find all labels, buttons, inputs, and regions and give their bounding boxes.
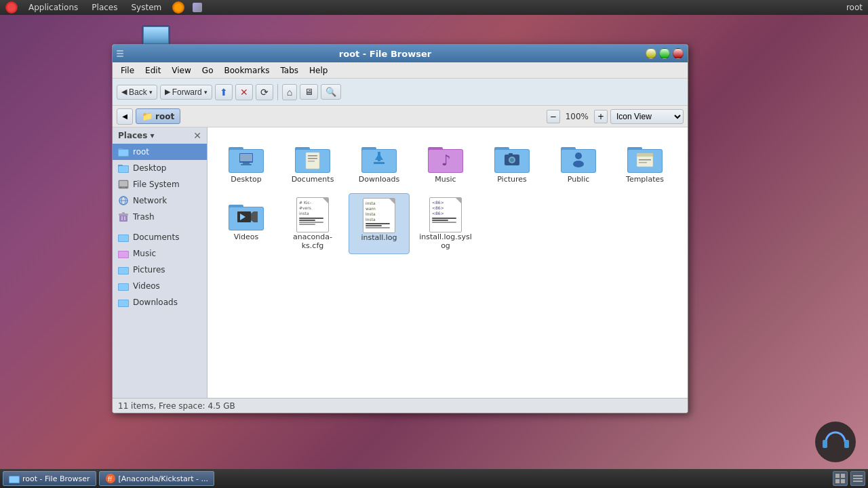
sidebar-network-label: Network (133, 196, 167, 205)
firefox-icon[interactable] (172, 1, 184, 14)
svg-rect-28 (122, 212, 125, 214)
top-menubar: Applications Places System root (0, 0, 868, 15)
minimize-button[interactable] (646, 48, 656, 59)
stop-button[interactable]: ✕ (235, 84, 253, 100)
sidebar-downloads-label: Downloads (133, 298, 178, 307)
taskbar-file-browser[interactable]: root - File Browser (3, 471, 96, 486)
svg-rect-40 (119, 300, 128, 306)
zoom-control: − 100% + Icon View List View Compact Vie… (547, 109, 684, 124)
svg-rect-99 (835, 479, 840, 483)
window-toolbar: ◀ Back ▾ ▶ Forward ▾ ⬆ ✕ ⟳ ⌂ 🖥 🔍 (113, 79, 688, 106)
window-title: root - File Browser (127, 49, 643, 59)
svg-rect-36 (119, 268, 128, 274)
maximize-button[interactable] (659, 48, 670, 59)
desktop-folder-icon[interactable]: Desktop (216, 136, 277, 188)
zoom-in-button[interactable]: + (594, 110, 608, 123)
sidebar-item-music[interactable]: Music (113, 245, 207, 262)
taskbar-grid-icon[interactable] (833, 471, 848, 486)
menu-edit[interactable]: Edit (140, 64, 166, 77)
svg-rect-103 (853, 481, 863, 482)
sidebar-item-network[interactable]: Network (113, 192, 207, 209)
install-log-icon[interactable]: insta warn Insta Insta install.log (349, 193, 410, 254)
places-menu[interactable]: Places (89, 1, 120, 14)
music-folder-icon[interactable]: ♪ Music (415, 136, 476, 188)
close-button[interactable] (673, 48, 684, 59)
install-log-syslog-icon[interactable]: <86> <86> <86> install.log.syslog (415, 193, 476, 254)
sidebar-item-downloads[interactable]: Downloads (113, 294, 207, 310)
svg-rect-26 (119, 215, 127, 222)
svg-rect-81 (637, 153, 653, 157)
zoom-in-icon: + (597, 112, 604, 121)
svg-rect-30 (124, 216, 125, 220)
forward-button[interactable]: ▶ Forward ▾ (160, 85, 212, 100)
anaconda-cfg-icon[interactable]: # Kic- #vers insta anaconda-ks.cfg (282, 193, 343, 254)
svg-rect-101 (853, 475, 863, 476)
view-mode-select[interactable]: Icon View List View Compact View (610, 109, 684, 124)
home-button[interactable]: ⌂ (282, 84, 297, 100)
svg-rect-91 (823, 440, 827, 448)
network-icon (193, 3, 202, 12)
reload-button[interactable]: ⟳ (256, 84, 273, 100)
svg-rect-54 (308, 161, 315, 162)
status-text: 11 items, Free space: 4.5 GB (118, 401, 235, 411)
zoom-level-label: 100% (563, 112, 591, 121)
svg-rect-45 (240, 154, 252, 161)
computer-button[interactable]: 🖥 (300, 84, 318, 100)
sidebar-root-label: root (133, 147, 149, 157)
taskbar-list-icon[interactable] (850, 471, 865, 486)
svg-rect-92 (844, 440, 849, 448)
sidebar-desktop-label: Desktop (133, 163, 167, 173)
toolbar-separator (277, 84, 278, 100)
svg-rect-46 (243, 163, 250, 164)
downloads-folder-icon[interactable]: Downloads (349, 136, 410, 188)
system-menu[interactable]: System (128, 1, 164, 14)
stop-icon: ✕ (240, 87, 248, 98)
taskbar-anaconda[interactable]: ff [Anaconda/Kickstart - ... (99, 471, 214, 486)
menu-view[interactable]: View (166, 64, 196, 77)
videos-sidebar-icon (118, 281, 129, 291)
sidebar-item-documents[interactable]: Documents (113, 229, 207, 245)
pictures-folder-icon[interactable]: Pictures (481, 136, 542, 188)
headphone-icon (814, 420, 858, 464)
sidebar-item-root[interactable]: root (113, 144, 207, 160)
back-button[interactable]: ◀ Back ▾ (117, 85, 157, 100)
sidebar-item-videos[interactable]: Videos (113, 278, 207, 294)
svg-rect-82 (639, 159, 651, 161)
public-folder-icon[interactable]: Public (548, 136, 609, 188)
videos-folder-icon[interactable]: Videos (216, 193, 277, 254)
svg-rect-32 (119, 235, 128, 241)
pictures-sidebar-icon (118, 264, 129, 275)
install-log-img: insta warn Insta Insta (363, 198, 395, 233)
applications-menu[interactable]: Applications (26, 1, 81, 14)
search-button[interactable]: 🔍 (321, 84, 341, 100)
headphone-widget[interactable] (814, 420, 858, 464)
downloads-sidebar-icon (118, 297, 129, 308)
menu-tabs[interactable]: Tabs (275, 64, 304, 77)
sidebar-music-label: Music (133, 249, 156, 258)
sidebar-item-pictures[interactable]: Pictures (113, 262, 207, 278)
svg-rect-60 (374, 162, 384, 164)
location-path-button[interactable]: 📁 root (136, 108, 180, 124)
up-button[interactable]: ⬆ (215, 84, 233, 100)
zoom-out-button[interactable]: − (547, 110, 560, 123)
menu-bookmarks[interactable]: Bookmarks (218, 64, 275, 77)
sidebar-header[interactable]: Places ▾ ✕ (113, 127, 207, 144)
menu-go[interactable]: Go (197, 64, 219, 77)
taskbar-right (833, 471, 865, 486)
desktop-sidebar-icon (118, 163, 129, 174)
downloads-folder-img (361, 140, 397, 175)
back-arrow-icon: ◀ (121, 87, 127, 96)
loc-back-btn[interactable]: ◀ (117, 108, 133, 125)
svg-rect-100 (841, 479, 845, 483)
main-area: Places ▾ ✕ root Desktop (113, 127, 688, 398)
root-folder-icon (118, 146, 129, 157)
documents-folder-icon[interactable]: Documents (282, 136, 343, 188)
menu-file[interactable]: File (115, 64, 140, 77)
templates-folder-icon[interactable]: Templates (614, 136, 675, 188)
music-folder-label: Music (435, 175, 456, 184)
sidebar-item-filesystem[interactable]: File System (113, 176, 207, 192)
sidebar-item-trash[interactable]: Trash (113, 209, 207, 225)
sidebar-item-desktop[interactable]: Desktop (113, 160, 207, 176)
menu-help[interactable]: Help (304, 64, 333, 77)
sidebar-close-button[interactable]: ✕ (193, 130, 201, 141)
